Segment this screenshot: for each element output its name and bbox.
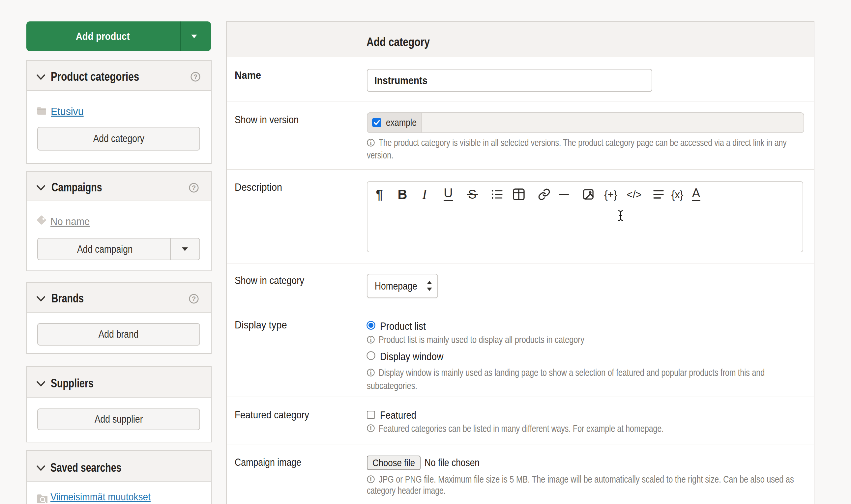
svg-text:i: i [370,425,371,432]
svg-text:?: ? [192,295,196,302]
svg-text:?: ? [193,73,197,80]
svg-text:i: i [370,476,371,483]
svg-text:?: ? [192,184,196,192]
svg-text:i: i [370,139,371,146]
svg-text:i: i [370,336,371,343]
svg-text:i: i [370,369,371,376]
